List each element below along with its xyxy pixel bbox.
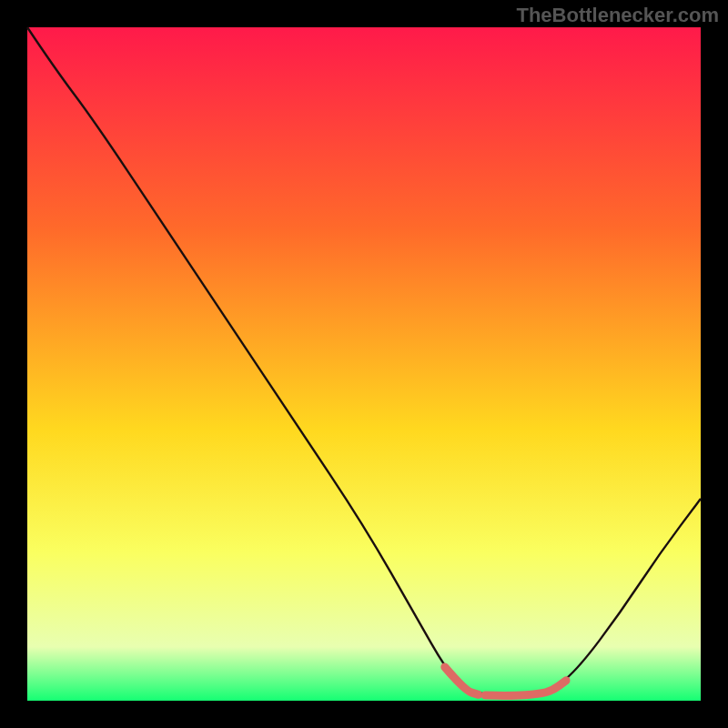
chart-container: TheBottleneсker.com: [0, 0, 728, 728]
bottleneck-chart: [0, 0, 728, 728]
plot-background: [27, 27, 701, 701]
watermark-text: TheBottleneсker.com: [516, 4, 719, 27]
